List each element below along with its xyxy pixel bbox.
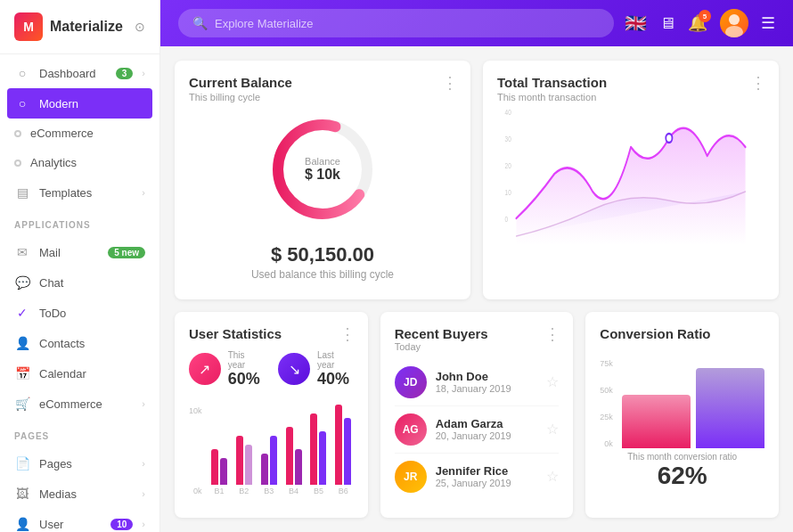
todo-icon: ✓ xyxy=(14,306,30,320)
balance-menu[interactable]: ⋮ xyxy=(442,73,458,93)
bar2-B5 xyxy=(319,431,326,485)
templates-label: Templates xyxy=(39,186,133,200)
conversion-bars xyxy=(622,359,764,448)
balance-card: Current Balance This billing cycle ⋮ xyxy=(175,61,470,299)
stat-this-year: ↗ This year 60% xyxy=(189,350,264,389)
conversion-y-axis: 75k 50k 25k 0k xyxy=(600,359,617,448)
balance-main-value: $ 50,150.00 xyxy=(189,243,456,266)
flag-icon[interactable]: 🇬🇧 xyxy=(625,12,647,34)
bar-label-B3: B3 xyxy=(264,487,274,495)
bar2-B1 xyxy=(220,458,227,485)
sidebar-apps-section: ✉ Mail 5 new 💬 Chat ✓ ToDo 👤 Contacts 📅 … xyxy=(0,233,159,422)
buyer-star-jennifer[interactable]: ☆ xyxy=(546,468,559,485)
dashboard-chevron: › xyxy=(142,68,145,78)
stats-bars: B1B2B3B4B5B6 xyxy=(209,406,354,495)
user-avatar[interactable] xyxy=(720,9,748,37)
sidebar-item-contacts[interactable]: 👤 Contacts xyxy=(0,328,159,358)
bottom-row: User Statistics ⋮ ↗ This year 60% ↘ Last… xyxy=(175,312,779,519)
sidebar-item-ecommerce2[interactable]: 🛒 eCommerce › xyxy=(0,389,159,419)
chat-label: Chat xyxy=(39,276,145,290)
buyer-date-john: 18, January 2019 xyxy=(436,383,538,394)
bell-icon[interactable]: 🔔 5 xyxy=(688,13,707,33)
bar-label-B5: B5 xyxy=(314,487,323,495)
conv-bar2-group xyxy=(696,359,764,448)
user-icon: 👤 xyxy=(14,517,30,531)
svg-text:0: 0 xyxy=(505,215,509,224)
sidebar-item-ecommerce1[interactable]: eCommerce xyxy=(0,119,159,148)
balance-amount-label: Used balance this billing cycle xyxy=(189,268,456,281)
balance-donut: Balance $ 10k xyxy=(265,111,380,227)
svg-point-0 xyxy=(729,14,740,25)
monitor-icon[interactable]: 🖥 xyxy=(659,14,675,33)
mail-icon: ✉ xyxy=(14,245,30,259)
buyer-date-adam: 20, January 2019 xyxy=(436,430,538,441)
svg-text:40: 40 xyxy=(505,108,512,117)
transaction-menu[interactable]: ⋮ xyxy=(750,73,766,93)
buyer-avatar-adam: AG xyxy=(395,413,427,446)
sidebar-item-pages[interactable]: 📄 Pages › xyxy=(0,448,159,479)
bar-group-B5: B5 xyxy=(308,406,329,495)
bar1-B1 xyxy=(211,449,218,485)
sidebar-item-dashboard[interactable]: ○ Dashboard 3 › xyxy=(0,58,159,88)
sidebar-item-calendar[interactable]: 📅 Calendar xyxy=(0,358,159,389)
stat-last-year-text: Last year 40% xyxy=(317,350,354,389)
logo-icon: M xyxy=(14,12,43,41)
main-content: 🔍 🇬🇧 🖥 🔔 5 ☰ Current Balance This billin… xyxy=(160,0,793,532)
buyer-star-john[interactable]: ☆ xyxy=(546,373,559,390)
bar1-B3 xyxy=(261,454,268,485)
svg-point-9 xyxy=(666,134,672,143)
menu-icon[interactable]: ☰ xyxy=(761,13,775,33)
svg-text:20: 20 xyxy=(505,161,512,170)
sidebar-item-user[interactable]: 👤 User 10 › xyxy=(0,509,159,532)
ecommerce2-label: eCommerce xyxy=(39,397,133,411)
buyer-star-adam[interactable]: ☆ xyxy=(546,421,559,438)
header: 🔍 🇬🇧 🖥 🔔 5 ☰ xyxy=(160,0,793,46)
buyer-info-john: John Doe 18, January 2019 xyxy=(436,370,538,394)
conv-bar1 xyxy=(622,395,691,448)
sidebar-item-mail[interactable]: ✉ Mail 5 new xyxy=(0,237,159,267)
bar2-B2 xyxy=(245,445,252,485)
buyers-title: Recent Buyers xyxy=(395,326,560,341)
sidebar-item-todo[interactable]: ✓ ToDo xyxy=(0,298,159,328)
sidebar-item-chat[interactable]: 💬 Chat xyxy=(0,267,159,298)
user-chevron: › xyxy=(142,519,145,529)
pages-label: Pages xyxy=(39,457,133,471)
conversion-card: Conversion Ratio 75k 50k 25k 0k xyxy=(585,312,779,519)
dashboard-grid: Current Balance This billing cycle ⋮ xyxy=(160,46,793,532)
balance-ring-container: Balance $ 10k xyxy=(189,102,456,236)
header-actions: 🇬🇧 🖥 🔔 5 ☰ xyxy=(625,9,775,37)
notification-badge: 5 xyxy=(699,10,711,22)
buyer-info-adam: Adam Garza 20, January 2019 xyxy=(436,417,538,441)
pages-chevron: › xyxy=(142,458,145,469)
sidebar-item-analytics[interactable]: Analytics xyxy=(0,148,159,177)
mail-label: Mail xyxy=(39,246,99,259)
medias-label: Medias xyxy=(39,487,133,501)
search-icon: 🔍 xyxy=(192,16,208,30)
user-badge: 10 xyxy=(110,519,133,530)
balance-subtitle: This billing cycle xyxy=(189,92,456,102)
last-year-label: Last year xyxy=(317,350,354,370)
analytics-label: Analytics xyxy=(30,156,145,169)
buyer-avatar-john: JD xyxy=(395,366,427,398)
sidebar-item-templates[interactable]: ▤ Templates › xyxy=(0,177,159,208)
sidebar-item-medias[interactable]: 🖼 Medias › xyxy=(0,479,159,509)
bar-group-B3: B3 xyxy=(258,406,279,495)
modern-icon: ○ xyxy=(14,96,30,110)
contacts-label: Contacts xyxy=(39,337,145,350)
stats-menu[interactable]: ⋮ xyxy=(339,324,356,344)
bar1-B5 xyxy=(310,413,317,485)
ecommerce1-dot xyxy=(14,130,21,137)
medias-icon: 🖼 xyxy=(14,487,30,501)
buyers-menu[interactable]: ⋮ xyxy=(544,324,560,344)
search-bar[interactable]: 🔍 xyxy=(178,9,614,37)
buyer-name-adam: Adam Garza xyxy=(436,417,538,430)
sidebar: M Materialize ⊙ ○ Dashboard 3 › ○ Modern… xyxy=(0,0,160,532)
record-icon[interactable]: ⊙ xyxy=(135,20,145,34)
search-input[interactable] xyxy=(215,17,600,30)
ecommerce2-chevron: › xyxy=(142,398,145,409)
dashboard-label: Dashboard xyxy=(39,67,107,80)
sidebar-logo: M Materialize ⊙ xyxy=(0,0,159,54)
last-year-value: 40% xyxy=(317,370,354,389)
transaction-chart: 40 30 20 10 0 xyxy=(497,102,764,245)
sidebar-item-modern[interactable]: ○ Modern xyxy=(7,88,152,119)
